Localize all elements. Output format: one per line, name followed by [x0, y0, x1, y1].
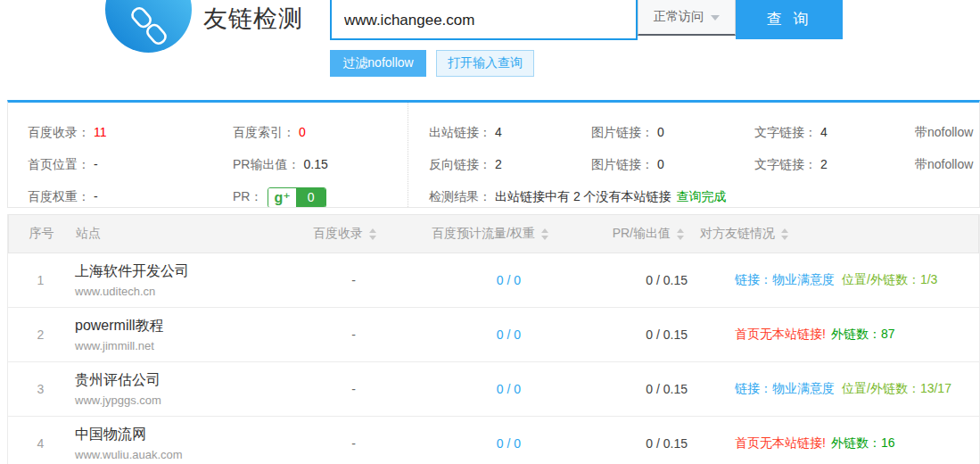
friend-link-status-cell: 首页无本站链接!外链数：16 — [692, 435, 979, 452]
summary-right-group: 出站链接：4 图片链接：0 文字链接：4 带nofollow 反向链接：2 图片… — [408, 103, 979, 207]
anchor-text-link[interactable]: 链接：物业满意度 — [735, 272, 835, 286]
url-search-input[interactable] — [330, 0, 638, 40]
site-name-link[interactable]: 中国物流网 — [75, 426, 268, 444]
site-name-link[interactable]: 贵州评估公司 — [75, 371, 268, 390]
table-row: 3 贵州评估公司 www.jypggs.com - 0 / 0 0 / 0.15… — [8, 362, 979, 417]
baidu-collect-value: - — [268, 273, 384, 287]
site-url: www.jimmill.net — [75, 339, 268, 352]
stat-baidu-collect: 百度收录：11 — [28, 125, 233, 141]
friend-link-checker-page: 友链检测 正常访问 查 询 过滤nofollow 打开输入查询 百度收录：11 … — [0, 0, 980, 464]
summary-left-group: 百度收录：11 百度索引：0 首页位置：- PR输出值：0.15 百度权重：- — [8, 103, 408, 207]
site-cell: 中国物流网 www.wuliu.auak.com — [68, 426, 268, 461]
site-url: www.jypggs.com — [75, 394, 268, 407]
google-pr-badge: g⁺0 — [268, 187, 326, 208]
anchor-text-link[interactable]: 链接：物业满意度 — [735, 381, 835, 395]
no-backlink-warning: 首页无本站链接! — [735, 327, 826, 341]
header-baidu-collect[interactable]: 百度收录 — [269, 226, 385, 242]
stat-text-links-1: 文字链接：4 — [754, 125, 915, 141]
friend-link-status-cell: 链接：物业满意度位置/外链数：1/3 — [692, 272, 979, 288]
stat-text-links-2: 文字链接：2 — [754, 157, 915, 173]
link-icon — [126, 3, 172, 49]
header-friend-link-status[interactable]: 对方友链情况 — [693, 226, 978, 242]
stat-image-links-1: 图片链接：0 — [591, 125, 754, 141]
sort-icon[interactable] — [541, 228, 548, 240]
open-input-query-button[interactable]: 打开输入查询 — [436, 50, 534, 77]
traffic-link[interactable]: 0 / 0 — [384, 327, 549, 342]
access-mode-value: 正常访问 — [654, 9, 704, 25]
page-title: 友链检测 — [203, 3, 303, 35]
baidu-collect-value: - — [268, 436, 384, 451]
traffic-link[interactable]: 0 / 0 — [384, 382, 549, 396]
pr-value: 0 / 0.15 — [549, 436, 692, 451]
row-index: 4 — [8, 436, 68, 451]
site-name-link[interactable]: 上海软件开发公司 — [75, 262, 268, 281]
stat-nofollow-1: 带nofollow — [915, 125, 973, 141]
sort-icon[interactable] — [369, 228, 376, 240]
baidu-collect-value: - — [268, 382, 384, 396]
query-complete-status: 查询完成 — [677, 189, 727, 205]
access-mode-dropdown[interactable]: 正常访问 — [638, 0, 736, 36]
header-site: 站点 — [69, 226, 269, 242]
stat-home-position: 首页位置：- — [28, 157, 233, 173]
no-backlink-warning: 首页无本站链接! — [735, 435, 826, 450]
site-url: www.uditech.cn — [75, 285, 268, 298]
stat-outbound-links: 出站链接：4 — [429, 125, 591, 141]
row-index: 1 — [8, 273, 68, 287]
friend-link-status-cell: 链接：物业满意度位置/外链数：13/17 — [692, 381, 979, 397]
pr-value: 0 / 0.15 — [549, 327, 692, 342]
stat-pagerank: PR：g⁺0 — [233, 187, 326, 208]
header-pr[interactable]: PR/输出值 — [550, 226, 693, 242]
traffic-link[interactable]: 0 / 0 — [384, 436, 549, 451]
pr-value: 0 / 0.15 — [549, 273, 692, 287]
header-traffic[interactable]: 百度预计流量/权重 — [385, 226, 550, 242]
detection-result: 检测结果： 出站链接中有 2 个没有本站链接 查询完成 — [429, 181, 979, 208]
stat-baidu-weight: 百度权重：- — [28, 189, 233, 205]
site-url: www.wuliu.auak.com — [75, 448, 268, 461]
site-name-link[interactable]: powermill教程 — [75, 317, 268, 336]
friend-link-status-cell: 首页无本站链接!外链数：87 — [692, 327, 979, 343]
stat-baidu-index: 百度索引：0 — [233, 125, 306, 141]
table-row: 4 中国物流网 www.wuliu.auak.com - 0 / 0 0 / 0… — [8, 417, 979, 464]
site-cell: 上海软件开发公司 www.uditech.cn — [68, 262, 268, 298]
traffic-link[interactable]: 0 / 0 — [384, 273, 549, 287]
position-outlinks: 位置/外链数：1/3 — [842, 272, 937, 286]
sort-icon[interactable] — [781, 228, 788, 240]
tool-logo — [105, 0, 192, 53]
pr-badge-value: 0 — [296, 188, 326, 207]
outlinks-count: 外链数：87 — [831, 327, 895, 341]
table-header-row: 序号 站点 百度收录 百度预计流量/权重 PR/输出值 对方友链情况 — [8, 214, 979, 253]
site-cell: 贵州评估公司 www.jypggs.com — [68, 371, 268, 407]
table-row: 1 上海软件开发公司 www.uditech.cn - 0 / 0 0 / 0.… — [8, 253, 979, 308]
filter-nofollow-button[interactable]: 过滤nofollow — [330, 50, 426, 77]
site-cell: powermill教程 www.jimmill.net — [68, 317, 268, 352]
stat-pr-output: PR输出值：0.15 — [233, 157, 328, 173]
chevron-down-icon — [711, 15, 720, 21]
pr-value: 0 / 0.15 — [549, 382, 692, 396]
stat-backward-links: 反向链接：2 — [429, 157, 591, 173]
outlinks-count: 外链数：16 — [831, 435, 895, 450]
friend-links-table: 序号 站点 百度收录 百度预计流量/权重 PR/输出值 对方友链情况 1 上 — [7, 214, 980, 464]
row-index: 2 — [8, 327, 68, 342]
header-index: 序号 — [9, 226, 69, 242]
baidu-collect-value: - — [268, 327, 384, 342]
google-pr-icon: g⁺ — [268, 188, 295, 207]
row-index: 3 — [8, 382, 68, 396]
stat-nofollow-2: 带nofollow — [915, 157, 973, 173]
summary-panel: 百度收录：11 百度索引：0 首页位置：- PR输出值：0.15 百度权重：- — [7, 100, 980, 208]
sort-icon[interactable] — [677, 228, 684, 240]
query-button[interactable]: 查 询 — [736, 0, 843, 39]
position-outlinks: 位置/外链数：13/17 — [842, 381, 951, 395]
table-row: 2 powermill教程 www.jimmill.net - 0 / 0 0 … — [8, 308, 979, 362]
stat-image-links-2: 图片链接：0 — [591, 157, 754, 173]
